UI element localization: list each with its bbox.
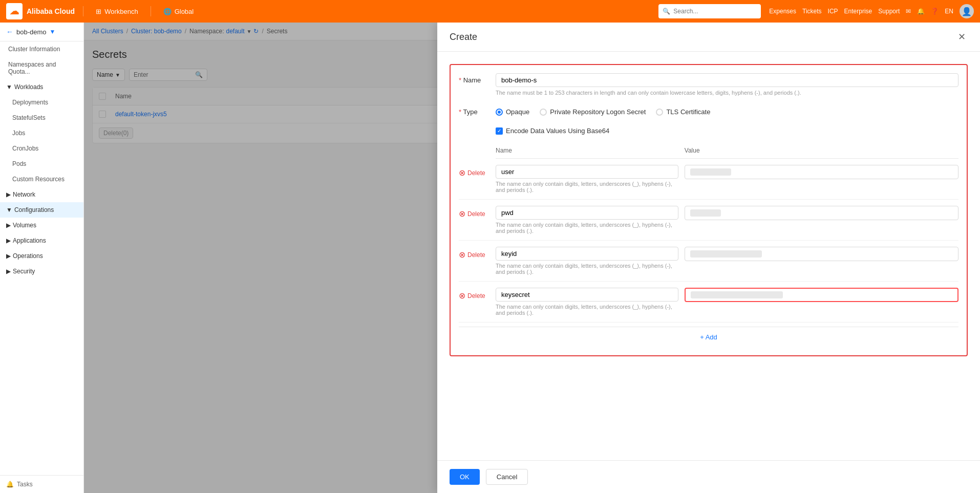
data-row-keyid: ⊗ Delete The name can only contain digit…: [459, 241, 958, 282]
icp-link[interactable]: ICP: [828, 8, 838, 15]
close-button[interactable]: ✕: [955, 31, 968, 43]
security-label: Security: [13, 268, 35, 275]
tasks-label: Tasks: [17, 481, 33, 488]
avatar[interactable]: 👤: [960, 4, 974, 18]
add-data-button[interactable]: + Add: [459, 327, 958, 347]
delete-pwd-icon: ⊗: [459, 209, 465, 219]
keysecret-name-input[interactable]: [496, 288, 678, 302]
form-section: Name The name must be 1 to 253 character…: [450, 64, 968, 356]
name-label: Name: [459, 73, 489, 84]
pwd-name-input[interactable]: [496, 206, 678, 220]
add-label: + Add: [700, 333, 717, 341]
enterprise-link[interactable]: Enterprise: [844, 8, 872, 15]
tls-label: TLS Certificate: [666, 108, 710, 116]
search-input[interactable]: [673, 8, 757, 15]
support-link[interactable]: Support: [878, 8, 900, 15]
top-nav-right: Expenses Tickets ICP Enterprise Support …: [769, 4, 974, 18]
logo[interactable]: ☁ Alibaba Cloud: [6, 3, 75, 19]
pwd-name-hint: The name can only contain digits, letter…: [496, 222, 678, 234]
sidebar-item-operations[interactable]: ▶ Operations: [0, 248, 83, 264]
sidebar-item-cluster-info[interactable]: Cluster Information: [0, 41, 83, 57]
mail-icon[interactable]: ✉: [906, 8, 911, 15]
delete-user-link[interactable]: ⊗ Delete: [459, 165, 489, 178]
global-label: Global: [175, 8, 194, 15]
create-panel-title: Create: [450, 32, 477, 42]
user-name-col: The name can only contain digits, letter…: [496, 165, 678, 193]
help-icon[interactable]: ❓: [931, 8, 939, 15]
sidebar-item-security[interactable]: ▶ Security: [0, 264, 83, 279]
sidebar-item-pods[interactable]: Pods: [0, 156, 83, 172]
network-arrow: ▶: [6, 191, 11, 198]
workbench-nav[interactable]: ⊞ Workbench: [92, 0, 142, 23]
encode-checkbox-item[interactable]: Encode Data Values Using Base64: [496, 127, 958, 135]
sidebar-item-volumes[interactable]: ▶ Volumes: [0, 218, 83, 233]
sidebar-item-applications[interactable]: ▶ Applications: [0, 233, 83, 248]
opaque-label: Opaque: [506, 108, 529, 116]
user-name-hint: The name can only contain digits, letter…: [496, 181, 678, 193]
keyid-value-blurred: [690, 250, 762, 258]
col-name-header: Name: [496, 147, 678, 154]
keyid-name-input[interactable]: [496, 247, 678, 261]
type-tls[interactable]: TLS Certificate: [656, 108, 710, 116]
type-private-repo[interactable]: Private Repository Logon Secret: [540, 108, 646, 116]
applications-label: Applications: [13, 237, 46, 244]
pwd-value-blurred: [690, 209, 721, 217]
deployments-label: Deployments: [12, 99, 48, 106]
sidebar-item-workloads[interactable]: ▼ Workloads: [0, 79, 83, 95]
data-table-header: Name Value: [496, 143, 958, 159]
user-value-col: [685, 165, 958, 179]
workbench-icon: ⊞: [96, 8, 101, 15]
bell-icon[interactable]: 🔔: [917, 8, 925, 15]
type-opaque[interactable]: Opaque: [496, 108, 529, 116]
pwd-name-col: The name can only contain digits, letter…: [496, 206, 678, 234]
statefulsets-label: StatefulSets: [12, 114, 46, 121]
sidebar-item-cronjobs[interactable]: CronJobs: [0, 141, 83, 156]
cluster-info-label: Cluster Information: [8, 46, 60, 53]
sidebar-item-deployments[interactable]: Deployments: [0, 95, 83, 110]
cluster-name: bob-demo: [16, 28, 47, 36]
tasks-icon: 🔔: [6, 481, 14, 488]
workloads-label: Workloads: [14, 83, 43, 91]
nav-divider-2: [151, 6, 151, 16]
keyid-name-col: The name can only contain digits, letter…: [496, 247, 678, 275]
cronjobs-label: CronJobs: [12, 145, 38, 152]
ok-button[interactable]: OK: [450, 469, 480, 485]
nav-divider-1: [83, 6, 83, 16]
logo-icon: ☁: [6, 3, 23, 19]
delete-keysecret-link[interactable]: ⊗ Delete: [459, 288, 489, 301]
security-arrow: ▶: [6, 268, 11, 275]
search-bar[interactable]: 🔍: [658, 4, 761, 18]
custom-resources-label: Custom Resources: [12, 176, 65, 183]
expenses-link[interactable]: Expenses: [769, 8, 796, 15]
delete-keyid-label: Delete: [467, 251, 485, 259]
namespaces-label: Namespaces and Quota...: [8, 61, 77, 75]
top-navigation: ☁ Alibaba Cloud ⊞ Workbench 🌐 Global 🔍 E…: [0, 0, 980, 23]
sidebar-item-namespaces[interactable]: Namespaces and Quota...: [0, 57, 83, 79]
cancel-button[interactable]: Cancel: [486, 469, 528, 485]
delete-pwd-link[interactable]: ⊗ Delete: [459, 206, 489, 219]
encode-row: Encode Data Values Using Base64: [459, 127, 958, 135]
keyid-name-hint: The name can only contain digits, letter…: [496, 263, 678, 275]
sidebar-item-network[interactable]: ▶ Network: [0, 187, 83, 202]
encode-checkbox: [496, 127, 503, 135]
tasks-button[interactable]: 🔔 Tasks: [0, 475, 83, 493]
sidebar-item-jobs[interactable]: Jobs: [0, 125, 83, 141]
sidebar-item-configurations[interactable]: ▼ Configurations: [0, 202, 83, 218]
delete-keyid-link[interactable]: ⊗ Delete: [459, 247, 489, 260]
global-nav[interactable]: 🌐 Global: [159, 0, 198, 23]
keysecret-value-blurred: [691, 291, 783, 298]
private-repo-radio-dot: [540, 109, 547, 116]
cluster-selector[interactable]: ← bob-demo ▼: [0, 23, 83, 41]
applications-arrow: ▶: [6, 237, 11, 244]
sidebar-item-custom-resources[interactable]: Custom Resources: [0, 172, 83, 187]
opaque-radio-dot: [496, 109, 503, 116]
tickets-link[interactable]: Tickets: [802, 8, 822, 15]
pods-label: Pods: [12, 160, 26, 167]
back-arrow[interactable]: ←: [6, 28, 13, 36]
name-input[interactable]: [496, 73, 958, 87]
user-name-input[interactable]: [496, 165, 678, 179]
lang-selector[interactable]: EN: [945, 8, 953, 15]
sidebar-item-statefulsets[interactable]: StatefulSets: [0, 110, 83, 125]
type-radio-group: Opaque Private Repository Logon Secret T…: [496, 105, 958, 119]
name-row: Name The name must be 1 to 253 character…: [459, 73, 958, 97]
